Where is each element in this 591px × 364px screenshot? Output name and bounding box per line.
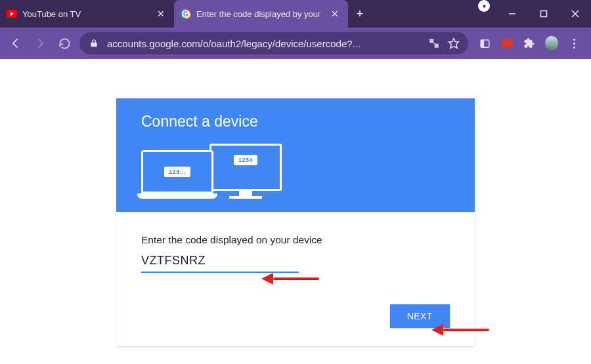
reload-button[interactable] bbox=[55, 34, 74, 52]
window-controls: ▾ bbox=[478, 0, 591, 28]
code-input[interactable] bbox=[141, 253, 299, 273]
lock-icon bbox=[87, 37, 100, 50]
page-title: Connect a device bbox=[141, 113, 450, 131]
devices-illustration: 123... 1234 bbox=[141, 144, 450, 199]
address-bar[interactable]: accounts.google.com/o/oauth2/legacy/devi… bbox=[79, 32, 468, 54]
youtube-icon bbox=[7, 9, 17, 19]
forward-button[interactable] bbox=[31, 34, 49, 52]
svg-marker-4 bbox=[449, 39, 459, 49]
laptop-code-badge: 123... bbox=[164, 167, 190, 177]
code-input-label: Enter the code displayed on your device bbox=[141, 234, 450, 246]
card-body: Enter the code displayed on your device … bbox=[116, 212, 475, 346]
new-tab-button[interactable]: + bbox=[348, 0, 372, 28]
svg-rect-7 bbox=[501, 39, 513, 48]
monitor-icon: 1234 bbox=[209, 144, 282, 199]
oauth-card: Connect a device 123... 1234 Enter the c… bbox=[116, 98, 475, 346]
monitor-code-badge: 1234 bbox=[234, 155, 257, 165]
kebab-menu-icon[interactable] bbox=[567, 37, 580, 50]
minimize-button[interactable] bbox=[496, 0, 528, 28]
close-icon[interactable]: ✕ bbox=[154, 9, 167, 19]
google-icon bbox=[181, 9, 191, 19]
extension-icons bbox=[474, 37, 584, 50]
translate-icon[interactable] bbox=[427, 37, 441, 50]
close-icon[interactable]: ✕ bbox=[328, 9, 341, 19]
tab-title: YouTube on TV bbox=[22, 9, 81, 19]
extensions-puzzle-icon[interactable] bbox=[523, 37, 536, 50]
maximize-button[interactable] bbox=[528, 0, 559, 28]
extension-red-icon[interactable] bbox=[500, 37, 514, 50]
page-viewport[interactable]: Connect a device 123... 1234 Enter the c… bbox=[0, 59, 591, 364]
tab-google-oauth[interactable]: Enter the code displayed by your ✕ bbox=[174, 0, 348, 28]
star-icon[interactable] bbox=[447, 37, 460, 50]
tab-strip: YouTube on TV ✕ Enter the code displayed… bbox=[0, 0, 372, 28]
profile-avatar[interactable] bbox=[545, 37, 558, 50]
chevron-down-icon[interactable]: ▾ bbox=[478, 0, 490, 12]
card-header: Connect a device 123... 1234 bbox=[116, 98, 475, 212]
browser-titlebar: YouTube on TV ✕ Enter the code displayed… bbox=[0, 0, 591, 28]
close-window-button[interactable] bbox=[559, 0, 591, 28]
svg-rect-6 bbox=[481, 39, 484, 47]
next-button[interactable]: NEXT bbox=[390, 304, 450, 328]
url-text: accounts.google.com/o/oauth2/legacy/devi… bbox=[107, 38, 421, 49]
toolbar: accounts.google.com/o/oauth2/legacy/devi… bbox=[0, 28, 591, 59]
svg-rect-1 bbox=[541, 11, 547, 17]
back-button[interactable] bbox=[7, 34, 25, 52]
laptop-icon: 123... bbox=[141, 150, 213, 199]
tab-title: Enter the code displayed by your bbox=[196, 9, 320, 19]
side-panel-icon[interactable] bbox=[478, 37, 491, 50]
tab-youtube[interactable]: YouTube on TV ✕ bbox=[0, 0, 174, 28]
